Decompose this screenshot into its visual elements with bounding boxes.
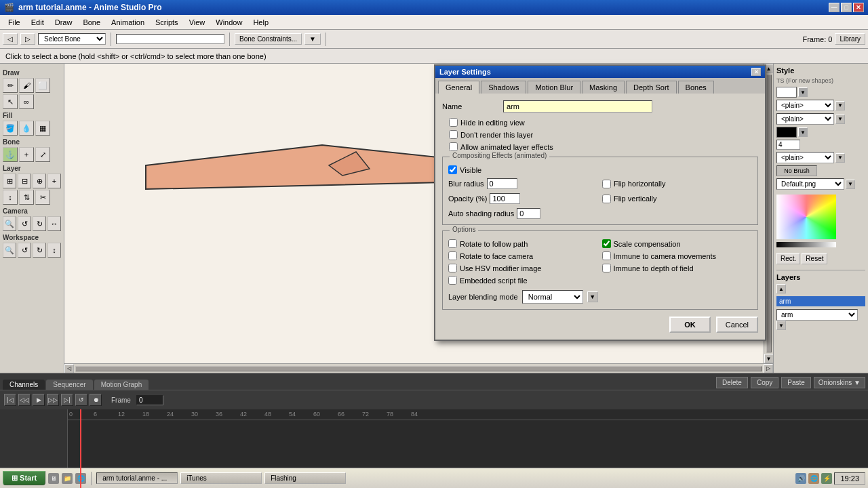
hide-editing-label: Hide in editing view — [460, 119, 525, 127]
immune-dof-row: Immune to depth of field — [602, 264, 753, 272]
dialog-tabs: General Shadows Motion Blur Masking Dept… — [435, 78, 765, 94]
dialog-tab-general[interactable]: General — [438, 81, 479, 94]
auto-shading-row: Auto shading radius — [448, 208, 598, 219]
options-section: Options Rotate to follow path Scale comp… — [442, 230, 758, 310]
blur-row: Blur radius — [448, 178, 598, 189]
layer-settings-dialog: Layer Settings ✕ General Shadows Motion … — [434, 64, 766, 341]
rotate-camera-checkbox[interactable] — [448, 251, 457, 260]
use-hsv-checkbox[interactable] — [448, 264, 457, 272]
flip-h-label: Flip horizontally — [614, 180, 665, 188]
scale-comp-label: Scale compensation — [614, 240, 681, 248]
immune-camera-row: Immune to camera movements — [602, 251, 753, 260]
options-grid: Rotate to follow path Scale compensation… — [448, 239, 752, 285]
allow-animated-row: Allow animated layer effects — [442, 142, 758, 151]
auto-shading-input[interactable] — [517, 208, 540, 219]
flip-v-row: Flip vertically — [602, 193, 752, 204]
dont-render-row: Don't render this layer — [442, 130, 758, 139]
name-label: Name — [442, 102, 503, 110]
scale-comp-checkbox[interactable] — [602, 239, 611, 248]
name-field-row: Name — [442, 100, 758, 113]
auto-shading-label: Auto shading radius — [448, 209, 514, 218]
cancel-button[interactable]: Cancel — [716, 317, 758, 333]
embedded-script-checkbox[interactable] — [448, 276, 457, 285]
flip-h-row: Flip horizontally — [602, 178, 752, 189]
allow-animated-label: Allow animated layer effects — [460, 143, 553, 151]
opacity-input[interactable] — [490, 193, 520, 204]
dialog-tab-shadows[interactable]: Shadows — [481, 81, 526, 94]
immune-dof-label: Immune to depth of field — [614, 264, 694, 272]
options-section-title: Options — [450, 226, 478, 233]
flip-h-checkbox[interactable] — [602, 180, 611, 188]
name-input[interactable] — [503, 100, 652, 113]
rotate-camera-row: Rotate to face camera — [448, 251, 599, 260]
scale-comp-row: Scale compensation — [602, 239, 753, 248]
blend-mode-label: Layer blending mode — [448, 293, 518, 301]
blur-label: Blur radius — [448, 180, 484, 188]
rotate-path-label: Rotate to follow path — [460, 240, 528, 248]
immune-camera-checkbox[interactable] — [602, 251, 611, 260]
use-hsv-label: Use HSV modifier image — [460, 264, 541, 272]
blur-input[interactable] — [487, 178, 517, 189]
dialog-tab-motion-blur[interactable]: Motion Blur — [528, 81, 580, 94]
dialog-tab-masking[interactable]: Masking — [582, 81, 625, 94]
hide-editing-row: Hide in editing view — [442, 118, 758, 127]
compositing-grid: Blur radius Flip horizontally Opacity (%… — [448, 178, 752, 219]
visible-checkbox[interactable] — [448, 165, 457, 174]
embedded-script-row: Embedded script file — [448, 276, 599, 285]
opacity-row: Opacity (%) — [448, 193, 598, 204]
allow-animated-checkbox[interactable] — [449, 142, 458, 151]
compositing-inner: Visible Blur radius Flip horizontally — [448, 165, 752, 219]
embedded-script-label: Embedded script file — [460, 277, 528, 285]
immune-dof-checkbox[interactable] — [602, 264, 611, 272]
immune-camera-label: Immune to camera movements — [614, 252, 717, 260]
dialog-buttons: OK Cancel — [442, 317, 758, 333]
compositing-section-title: Compositing Effects (animated) — [450, 152, 549, 159]
flip-v-checkbox[interactable] — [602, 195, 611, 203]
compositing-section: Compositing Effects (animated) Visible B… — [442, 157, 758, 225]
visible-label: Visible — [460, 166, 481, 174]
visible-row: Visible — [448, 165, 752, 174]
flip-v-label: Flip vertically — [614, 195, 657, 203]
rotate-path-row: Rotate to follow path — [448, 239, 599, 248]
rotate-path-checkbox[interactable] — [448, 239, 457, 248]
dialog-title: Layer Settings — [439, 68, 491, 76]
dialog-close-btn[interactable]: ✕ — [751, 68, 761, 76]
dont-render-checkbox[interactable] — [449, 130, 458, 139]
blend-mode-row: Layer blending mode Normal ▼ — [448, 290, 752, 304]
dialog-overlay: Layer Settings ✕ General Shadows Motion … — [0, 0, 868, 488]
dialog-content: Name Hide in editing view Don't render t… — [435, 94, 765, 340]
ok-button[interactable]: OK — [669, 317, 711, 333]
hide-editing-checkbox[interactable] — [449, 118, 458, 127]
rotate-camera-label: Rotate to face camera — [460, 252, 533, 260]
dialog-tab-bones[interactable]: Bones — [678, 81, 714, 94]
dialog-tab-depth-sort[interactable]: Depth Sort — [626, 81, 677, 94]
use-hsv-row: Use HSV modifier image — [448, 264, 599, 272]
dialog-titlebar-controls: ✕ — [751, 68, 761, 76]
blend-mode-expand[interactable]: ▼ — [587, 291, 598, 302]
dialog-titlebar: Layer Settings ✕ — [435, 66, 765, 78]
opacity-label: Opacity (%) — [448, 195, 487, 203]
blend-mode-select[interactable]: Normal — [522, 290, 583, 304]
dont-render-label: Don't render this layer — [460, 131, 533, 139]
